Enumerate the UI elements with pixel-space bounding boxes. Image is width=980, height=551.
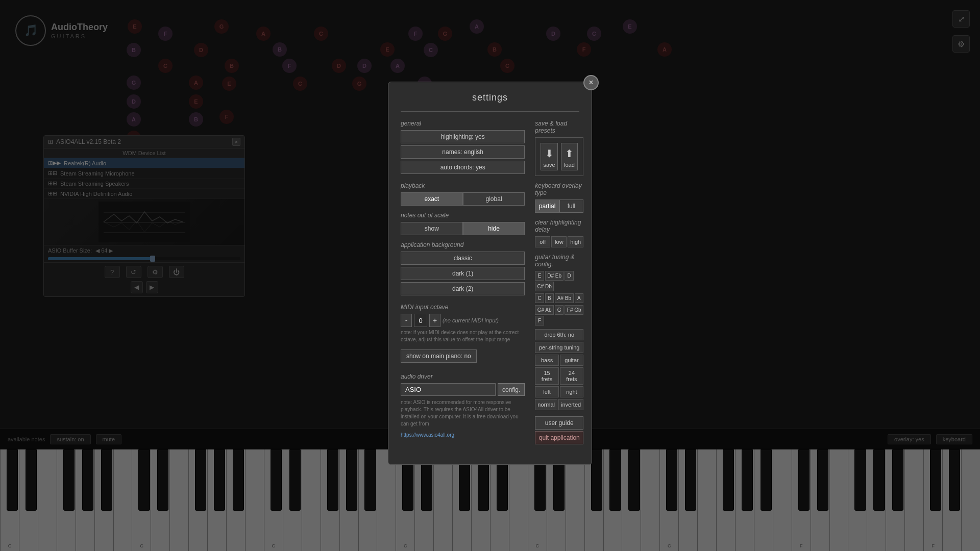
midi-note-text: (no current MIDI input) (443, 317, 499, 323)
show-on-piano-section: show on main piano: no (401, 349, 525, 367)
tuning-row-3: G# Ab G F# Gb F (535, 305, 583, 325)
hide-button[interactable]: hide (463, 222, 525, 235)
tuning-row-1: E D# Eb D C# Db (535, 271, 583, 291)
frets24-button[interactable]: 24 frets (560, 367, 583, 385)
auto-chords-button[interactable]: auto chords: yes (401, 161, 525, 174)
global-button[interactable]: global (463, 192, 525, 206)
playback-label: playback (401, 182, 525, 189)
names-button[interactable]: names: english (401, 145, 525, 159)
right-button[interactable]: right (560, 386, 583, 397)
asio-link[interactable]: https://www.asio4all.org (401, 432, 454, 438)
midi-description: note: if your MIDI device does not play … (401, 329, 525, 343)
tuning-G[interactable]: G (555, 305, 564, 315)
settings-divider (401, 111, 579, 112)
bass-guitar-row: bass guitar (535, 355, 583, 366)
quit-button[interactable]: quit application (535, 431, 583, 444)
tuning-C[interactable]: C (535, 293, 544, 303)
save-load-label: save & load presets (535, 120, 583, 134)
load-button[interactable]: ⬆ load (561, 143, 578, 170)
clear-highlighting-label: clear highlighting delay (535, 219, 583, 233)
classic-button[interactable]: classic (401, 252, 525, 265)
save-icon: ⬇ (545, 147, 554, 160)
overlay-type-row: partial full (535, 199, 583, 213)
audio-driver-section: audio driver config. note: ASIO is recom… (401, 373, 525, 439)
keyboard-overlay-label: keyboard overlay type (535, 182, 583, 196)
settings-close-button[interactable]: × (583, 75, 599, 90)
frets-row: 15 frets 24 frets (535, 367, 583, 385)
audio-driver-row: config. (401, 383, 525, 396)
bass-button[interactable]: bass (535, 355, 558, 366)
settings-right-column: save & load presets ⬇ save ⬆ load keyboa… (535, 120, 583, 452)
drop-6th-button[interactable]: drop 6th: no (535, 329, 583, 340)
guitar-button[interactable]: guitar (560, 355, 583, 366)
settings-dialog: × settings general highlighting: yes nam… (388, 82, 592, 465)
exact-button[interactable]: exact (401, 192, 463, 206)
midi-minus-button[interactable]: - (401, 314, 412, 327)
general-label: general (401, 120, 525, 127)
midi-octave-row: - 0 + (no current MIDI input) (401, 314, 525, 327)
application-background-section: application background classic dark (1) … (401, 241, 525, 297)
settings-layout: general highlighting: yes names: english… (401, 120, 579, 452)
per-string-tuning-button[interactable]: per-string tuning (535, 342, 583, 353)
app-bg-label: application background (401, 241, 525, 248)
notes-out-of-scale-section: notes out of scale show hide (401, 212, 525, 235)
highlighting-button[interactable]: highlighting: yes (401, 130, 525, 143)
settings-title: settings (401, 92, 579, 103)
load-icon: ⬆ (565, 147, 574, 160)
frets15-button[interactable]: 15 frets (535, 367, 558, 385)
delay-off-button[interactable]: off (535, 236, 550, 247)
asio-note: note: ASIO is recommended for more respo… (401, 399, 525, 428)
tuning-Cs-Db[interactable]: C# Db (535, 282, 554, 291)
delay-high-button[interactable]: high (568, 236, 583, 247)
left-button[interactable]: left (535, 386, 558, 397)
save-load-area: ⬇ save ⬆ load (535, 137, 583, 176)
general-section: general highlighting: yes names: english… (401, 120, 525, 176)
config-button[interactable]: config. (498, 383, 525, 396)
normal-inverted-row: normal inverted (535, 399, 583, 410)
guitar-tuning-label: guitar tuning & config. (535, 254, 583, 268)
midi-plus-button[interactable]: + (429, 314, 440, 327)
save-label: save (543, 162, 555, 168)
tuning-E[interactable]: E (535, 271, 544, 281)
dark1-button[interactable]: dark (1) (401, 267, 525, 280)
tuning-row-2: C B A# Bb A (535, 293, 583, 303)
delay-low-button[interactable]: low (551, 236, 567, 247)
user-guide-section: user guide quit application (535, 416, 583, 446)
playback-btn-row: exact global (401, 192, 525, 206)
dark2-button[interactable]: dark (2) (401, 282, 525, 295)
show-hide-btn-row: show hide (401, 222, 525, 235)
midi-value: 0 (414, 314, 427, 327)
inverted-button[interactable]: inverted (558, 399, 583, 410)
clear-highlighting-section: clear highlighting delay off low high (535, 219, 583, 247)
show-on-piano-button[interactable]: show on main piano: no (401, 349, 477, 363)
left-right-row: left right (535, 386, 583, 397)
tuning-Ds-Eb[interactable]: D# Eb (545, 271, 564, 281)
tuning-D[interactable]: D (565, 271, 573, 281)
playback-section: playback exact global (401, 182, 525, 206)
tuning-Gs-Ab[interactable]: G# Ab (535, 305, 554, 315)
notes-out-of-scale-label: notes out of scale (401, 212, 525, 219)
settings-left-column: general highlighting: yes names: english… (401, 120, 525, 452)
load-label: load (564, 162, 575, 168)
tuning-F[interactable]: F (535, 316, 544, 325)
tuning-Fs-Gb[interactable]: F# Gb (565, 305, 583, 315)
audio-driver-input[interactable] (401, 383, 496, 396)
guitar-tuning-section: guitar tuning & config. E D# Eb D C# Db … (535, 254, 583, 410)
user-guide-button[interactable]: user guide (535, 416, 583, 430)
audio-driver-label: audio driver (401, 373, 525, 380)
midi-label: MIDI input octave (401, 304, 525, 311)
show-button[interactable]: show (401, 222, 463, 235)
save-button[interactable]: ⬇ save (541, 143, 557, 170)
tuning-A[interactable]: A (575, 293, 583, 303)
keyboard-overlay-section: keyboard overlay type partial full (535, 182, 583, 213)
delay-btn-row: off low high (535, 236, 583, 247)
full-button[interactable]: full (559, 199, 583, 213)
save-load-section: save & load presets ⬇ save ⬆ load (535, 120, 583, 176)
tuning-As-Bb[interactable]: A# Bb (555, 293, 574, 303)
midi-octave-section: MIDI input octave - 0 + (no current MIDI… (401, 304, 525, 343)
partial-button[interactable]: partial (535, 199, 559, 213)
normal-button[interactable]: normal (535, 399, 557, 410)
tuning-B[interactable]: B (545, 293, 554, 303)
